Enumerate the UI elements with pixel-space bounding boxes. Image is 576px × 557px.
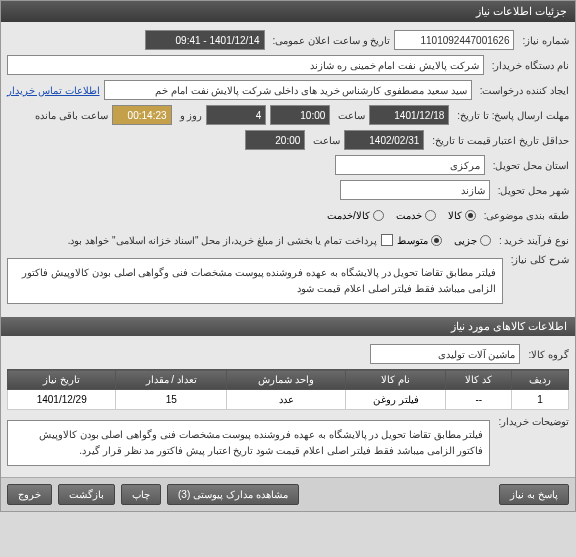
- days-label: روز و: [176, 110, 203, 121]
- th-date: تاریخ نیاز: [8, 370, 116, 390]
- cell-row: 1: [512, 390, 569, 410]
- attachments-button[interactable]: مشاهده مدارک پیوستی (3): [167, 484, 299, 505]
- th-code: کد کالا: [446, 370, 512, 390]
- window-titlebar: جزئیات اطلاعات نیاز: [1, 1, 575, 22]
- buyer-notes-label: توضیحات خریدار:: [494, 416, 569, 427]
- print-button[interactable]: چاپ: [121, 484, 161, 505]
- goods-table: ردیف کد کالا نام کالا واحد شمارش تعداد /…: [7, 369, 569, 410]
- deadline-label: مهلت ارسال پاسخ: تا تاریخ:: [453, 110, 569, 121]
- cell-qty: 15: [116, 390, 227, 410]
- need-number-field: 1101092447001626: [394, 30, 514, 50]
- need-number-label: شماره نیاز:: [518, 35, 569, 46]
- radio-icon: [465, 210, 476, 221]
- th-name: نام کالا: [345, 370, 446, 390]
- requester-label: ایجاد کننده درخواست:: [476, 85, 569, 96]
- radio-icon: [425, 210, 436, 221]
- desc-box: فیلتر مطابق تقاضا تحویل در پالایشگاه به …: [7, 258, 503, 304]
- th-unit: واحد شمارش: [227, 370, 346, 390]
- payment-note: پرداخت تمام یا بخشی از مبلغ خرید،از محل …: [64, 235, 377, 246]
- th-row: ردیف: [512, 370, 569, 390]
- purchase-type-group: جزیی متوسط: [397, 235, 491, 246]
- countdown-field: 00:14:23: [112, 105, 172, 125]
- desc-label: شرح کلی نیاز:: [507, 254, 569, 265]
- time-label-1: ساعت: [334, 110, 365, 121]
- exit-button[interactable]: خروج: [7, 484, 52, 505]
- window-title: جزئیات اطلاعات نیاز: [476, 5, 567, 17]
- days-field: 4: [206, 105, 266, 125]
- table-row[interactable]: 1 -- فیلتر روغن عدد 15 1401/12/29: [8, 390, 569, 410]
- contact-link[interactable]: اطلاعات تماس خریدار: [7, 85, 100, 96]
- buyer-notes-box: فیلتر مطابق تقاضا تحویل در پالایشگاه به …: [7, 420, 490, 466]
- goods-section-header: اطلاعات کالاهای مورد نیاز: [1, 317, 575, 336]
- validity-label: حداقل تاریخ اعتبار قیمت تا تاریخ:: [428, 135, 569, 146]
- cell-date: 1401/12/29: [8, 390, 116, 410]
- announce-label: تاریخ و ساعت اعلان عمومی:: [269, 35, 391, 46]
- requester-field: سید سعید مصطفوی کارشناس خرید های داخلی ش…: [104, 80, 472, 100]
- footer-bar: پاسخ به نیاز مشاهده مدارک پیوستی (3) چاپ…: [1, 477, 575, 511]
- group-label: گروه کالا:: [524, 349, 569, 360]
- radio-goods[interactable]: کالا: [448, 210, 476, 221]
- radio-icon: [431, 235, 442, 246]
- deadline-date-field: 1401/12/18: [369, 105, 449, 125]
- cell-name: فیلتر روغن: [345, 390, 446, 410]
- radio-small[interactable]: جزیی: [454, 235, 491, 246]
- respond-button[interactable]: پاسخ به نیاز: [499, 484, 569, 505]
- header-content: شماره نیاز: 1101092447001626 تاریخ و ساع…: [1, 22, 575, 315]
- cell-unit: عدد: [227, 390, 346, 410]
- group-field: ماشین آلات تولیدی: [370, 344, 520, 364]
- category-label: طبقه بندی موضوعی:: [480, 210, 569, 221]
- purchase-type-label: نوع فرآیند خرید :: [495, 235, 569, 246]
- validity-date-field: 1402/02/31: [344, 130, 424, 150]
- payment-checkbox[interactable]: [381, 234, 393, 246]
- province-field: مرکزی: [335, 155, 485, 175]
- org-field: شرکت پالایش نفت امام خمینی ره شازند: [7, 55, 484, 75]
- deadline-time-field: 10:00: [270, 105, 330, 125]
- th-qty: تعداد / مقدار: [116, 370, 227, 390]
- province-label: استان محل تحویل:: [489, 160, 569, 171]
- cell-code: --: [446, 390, 512, 410]
- announce-field: 1401/12/14 - 09:41: [145, 30, 265, 50]
- back-button[interactable]: بازگشت: [58, 484, 115, 505]
- org-label: نام دستگاه خریدار:: [488, 60, 569, 71]
- radio-both[interactable]: کالا/خدمت: [327, 210, 384, 221]
- validity-time-field: 20:00: [245, 130, 305, 150]
- goods-content: گروه کالا: ماشین آلات تولیدی ردیف کد کال…: [1, 336, 575, 477]
- remaining-label: ساعت باقی مانده: [31, 110, 108, 121]
- radio-medium[interactable]: متوسط: [397, 235, 442, 246]
- radio-service[interactable]: خدمت: [396, 210, 436, 221]
- city-field: شازند: [340, 180, 490, 200]
- city-label: شهر محل تحویل:: [494, 185, 569, 196]
- radio-icon: [373, 210, 384, 221]
- time-label-2: ساعت: [309, 135, 340, 146]
- radio-icon: [480, 235, 491, 246]
- table-header-row: ردیف کد کالا نام کالا واحد شمارش تعداد /…: [8, 370, 569, 390]
- main-window: جزئیات اطلاعات نیاز شماره نیاز: 11010924…: [0, 0, 576, 512]
- category-radio-group: کالا خدمت کالا/خدمت: [327, 210, 476, 221]
